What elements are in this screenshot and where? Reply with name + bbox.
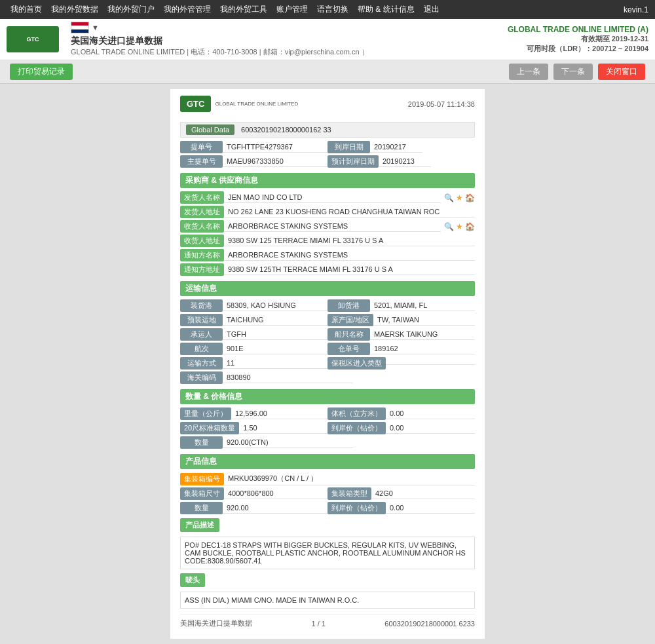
- master-bill-value: MAEU967333850: [223, 156, 328, 167]
- next-button[interactable]: 下一条: [553, 64, 593, 80]
- pre-ship-value: TAICHUNG: [223, 314, 328, 326]
- container-no-value: MRKU0369970（CN / L / ）: [224, 472, 475, 485]
- load-port-label: 装货港: [180, 299, 223, 312]
- doc-id: 600320190218000001 6233: [384, 620, 475, 628]
- container-size-label: 集装箱尺寸: [180, 487, 224, 500]
- shipper-name-value: JEN MAO IND CO LTD: [224, 192, 441, 203]
- manifest-value: 189162: [370, 343, 475, 354]
- product-desc-box: PO# DEC1-18 STRAPS WITH BIGGER BUCKLES, …: [180, 537, 475, 569]
- container-type-value: 42G0: [371, 488, 475, 499]
- unload-port-label: 卸货港: [328, 299, 370, 312]
- arrival-date-value: 20190217: [370, 142, 422, 153]
- master-bill-label: 主提单号: [180, 155, 223, 168]
- bonded-zone-label: 保税区进入类型: [328, 357, 386, 369]
- consignee-name-label: 收货人名称: [180, 220, 224, 233]
- nav-trade-mgmt[interactable]: 我的外管管理: [160, 3, 215, 16]
- notify-addr-label: 通知方地址: [180, 263, 224, 276]
- carrier-value: TGFH: [223, 329, 328, 340]
- company-name: GLOBAL TRADE ONLINE LIMITED (A): [508, 25, 648, 34]
- cif-price-value: 0.00: [386, 423, 475, 434]
- logo: GTC: [7, 26, 59, 52]
- carrier-label: 承运人: [180, 328, 223, 341]
- container-type-label: 集装箱类型: [328, 487, 371, 500]
- prod-arrival-price-value: 0.00: [386, 502, 475, 514]
- flag-icon: [71, 22, 89, 33]
- voyage-label: 航次: [180, 343, 223, 355]
- vessel-name-label: 船只名称: [328, 328, 370, 341]
- price-section: 数量 & 价格信息: [180, 389, 475, 404]
- pre-ship-label: 预装运地: [180, 314, 223, 326]
- username: kevin.1: [624, 5, 648, 14]
- nav-account[interactable]: 账户管理: [272, 3, 312, 16]
- consignee-icons: 🔍 ★ 🏠: [444, 222, 475, 231]
- bill-no-label: 提单号: [180, 141, 223, 153]
- estimated-arrival-label: 预计到岸日期: [328, 155, 379, 168]
- nav-language[interactable]: 语言切换: [313, 3, 352, 16]
- voyage-value: 901E: [223, 343, 328, 354]
- product-section: 产品信息: [180, 454, 475, 469]
- container-size-value: 4000*806*800: [224, 488, 328, 499]
- consignee-search-icon[interactable]: 🔍: [444, 222, 454, 231]
- print-button[interactable]: 打印贸易记录: [10, 64, 73, 80]
- consignee-star-icon[interactable]: ★: [456, 222, 463, 231]
- ldr-info: 可用时段（LDR）：200712 ~ 201904: [508, 44, 648, 54]
- nav-trade-portal[interactable]: 我的外贸门户: [103, 3, 159, 16]
- shipping-section: 运输信息: [180, 281, 475, 296]
- prod-quantity-label: 数量: [180, 502, 223, 514]
- container-no-label: 集装箱编号: [180, 473, 224, 485]
- bonded-zone-value: [386, 362, 475, 365]
- cif-price-label: 到岸价（钻价）: [328, 422, 386, 434]
- global-data-row: Global Data 60032019021800000162 33: [180, 122, 475, 138]
- shipper-addr-value: NO 262 LANE 23 KUOSHENG ROAD CHANGHUA TA…: [224, 206, 475, 218]
- nav-trade-tools[interactable]: 我的外贸工具: [216, 3, 271, 16]
- nav-logout[interactable]: 退出: [420, 3, 443, 16]
- prod-quantity-value: 920.00: [223, 502, 328, 514]
- close-button[interactable]: 关闭窗口: [598, 64, 645, 80]
- notify-name-label: 通知方名称: [180, 249, 224, 261]
- valid-until: 有效期至 2019-12-31: [508, 34, 648, 44]
- page-title: 美国海关进口提单数据: [71, 35, 369, 47]
- volume-label: 体积（立方米）: [328, 407, 386, 420]
- shipper-icons: 🔍 ★ 🏠: [444, 193, 475, 202]
- nav-help[interactable]: 帮助 & 统计信息: [354, 3, 419, 16]
- notify-name-value: ARBORBRACE STAKING SYSTEMS: [224, 250, 475, 261]
- doc-date: 2019-05-07 11:14:38: [408, 100, 475, 108]
- prev-button[interactable]: 上一条: [509, 64, 548, 80]
- consignee-name-value: ARBORBRACE STAKING SYSTEMS: [224, 221, 441, 232]
- load-port-value: 58309, KAO HSIUNG: [223, 300, 328, 311]
- remarks-box: ASS (IN DIA.) MIAMI C/NO. MADE IN TAIWAN…: [180, 592, 475, 609]
- nav-trade-data[interactable]: 我的外贸数据: [47, 3, 102, 16]
- manifest-label: 仓单号: [328, 343, 370, 355]
- star-icon[interactable]: ★: [456, 193, 463, 202]
- flag-dropdown[interactable]: ▼: [92, 24, 99, 31]
- transport-type-value: 11: [223, 358, 328, 369]
- arrival-date-label: 到岸日期: [328, 141, 370, 153]
- consignee-addr-value: 9380 SW 125 TERRACE MIAMI FL 33176 U S A: [224, 235, 475, 246]
- page-subtitle: GLOBAL TRADE ONLINE LIMITED | 电话：400-710…: [71, 47, 369, 57]
- notify-addr-value: 9380 SW 125TH TERRACE MIAMI FL 33176 U S…: [224, 264, 475, 275]
- buyer-supplier-section: 采购商 & 供应商信息: [180, 173, 475, 188]
- shipper-addr-label: 发货人地址: [180, 206, 224, 218]
- shipper-name-label: 发货人名称: [180, 191, 224, 204]
- global-data-label: Global Data: [186, 124, 234, 135]
- origin-country-value: TW, TAIWAN: [373, 314, 475, 326]
- origin-country-label: 原产国/地区: [328, 314, 373, 326]
- nav-home[interactable]: 我的首页: [7, 3, 46, 16]
- gtc-doc-logo: GTC GLOBAL TRADE ONLINE LIMITED: [180, 96, 298, 112]
- unload-port-value: 5201, MIAMI, FL: [370, 300, 475, 311]
- remarks-header: 唛头: [180, 573, 205, 587]
- quantity-value: 920.00(CTN): [223, 437, 353, 448]
- home-icon[interactable]: 🏠: [465, 193, 475, 202]
- consignee-home-icon[interactable]: 🏠: [465, 222, 475, 231]
- teu-value: 1.50: [239, 423, 328, 434]
- prod-arrival-price-label: 到岸价（钻价）: [328, 502, 386, 514]
- global-data-value: 60032019021800000162 33: [241, 126, 331, 134]
- hs-code-value: 830890: [223, 372, 353, 383]
- consignee-addr-label: 收货人地址: [180, 235, 224, 247]
- volume-value: 0.00: [386, 408, 475, 419]
- teu-label: 20尺标准箱数量: [180, 422, 239, 434]
- search-icon[interactable]: 🔍: [444, 193, 454, 202]
- estimated-arrival-value: 20190213: [379, 156, 431, 167]
- weight-value: 12,596.00: [231, 408, 328, 419]
- doc-source: 美国海关进口提单数据: [180, 618, 252, 628]
